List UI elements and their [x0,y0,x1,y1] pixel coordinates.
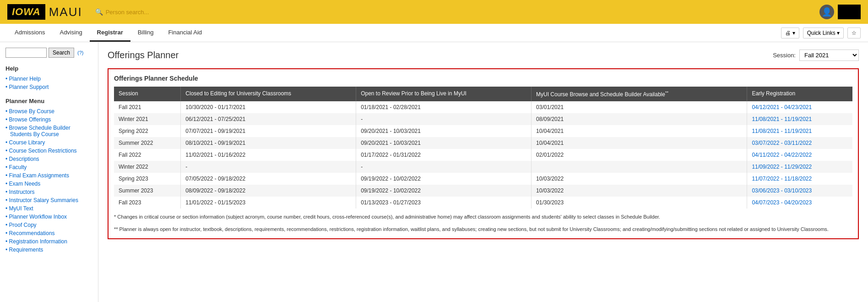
search-input[interactable] [5,48,47,58]
col-closed-editing: Closed to Editing for University Classro… [181,87,356,101]
nav-registrar[interactable]: Registrar [90,24,130,42]
sidebar-planner-workflow[interactable]: Planner Workflow Inbox [5,213,92,221]
nav-right: 🖨 ▾ Quick Links ▾ ☆ [781,27,861,38]
table-row: Summer 202208/10/2021 - 09/19/202109/20/… [114,137,852,149]
cell-early-reg[interactable]: 04/12/2021 - 04/23/2021 [747,101,852,113]
sidebar-proof-copy[interactable]: Proof Copy [5,221,92,229]
sidebar-browse-schedule-builder[interactable]: Browse Schedule Builder Students By Cour… [5,124,92,138]
cell-open-review: 01/13/2023 - 01/27/2023 [356,197,532,209]
table-row: Fall 202110/30/2020 - 01/17/202101/18/20… [114,101,852,113]
early-reg-link[interactable]: 04/11/2022 - 04/22/2022 [752,152,812,158]
sidebar-course-library[interactable]: Course Library [5,138,92,147]
col-open-review: Open to Review Prior to Being Live in My… [356,87,532,101]
cell-early-reg[interactable]: 03/07/2022 - 03/11/2022 [747,137,852,149]
cell-closed-editing: 06/12/2021 - 07/25/2021 [181,113,356,125]
sidebar-requirements[interactable]: Requirements [5,246,92,254]
sidebar-myui-text[interactable]: MyUI Text [5,204,92,213]
col-session: Session [114,87,181,101]
sidebar-descriptions[interactable]: Descriptions [5,155,92,163]
nav-items: Admissions Advising Registrar Billing Fi… [7,24,209,42]
sidebar-final-exam[interactable]: Final Exam Assignments [5,171,92,180]
cell-early-reg[interactable]: 11/07/2022 - 11/18/2022 [747,173,852,185]
sidebar-recommendations[interactable]: Recommendations [5,229,92,237]
search-button[interactable]: Search [49,48,74,58]
maui-text: MAUI [49,5,82,19]
quick-links-button[interactable]: Quick Links ▾ [803,27,844,38]
cell-myui-available: 10/04/2021 [532,137,747,149]
cell-open-review: 09/19/2022 - 10/02/2022 [356,185,532,197]
table-row: Spring 202307/05/2022 - 09/18/202209/19/… [114,173,852,185]
cell-session: Fall 2021 [114,101,181,113]
session-select[interactable]: Fall 2021 Spring 2022 Summer 2022 [799,49,859,61]
cell-open-review: 09/19/2022 - 10/02/2022 [356,173,532,185]
cell-early-reg[interactable]: 11/08/2021 - 11/19/2021 [747,113,852,125]
header-right: 👤 [819,5,861,19]
early-reg-link[interactable]: 04/07/2023 - 04/20/2023 [752,199,812,206]
cell-closed-editing: 07/05/2022 - 09/18/2022 [181,173,356,185]
cell-early-reg[interactable]: 11/09/2022 - 11/29/2022 [747,161,852,173]
cell-session: Summer 2023 [114,185,181,197]
planner-support-link[interactable]: Planner Support [5,83,92,91]
early-reg-link[interactable]: 04/12/2021 - 04/23/2021 [752,104,812,110]
sidebar-exam-needs[interactable]: Exam Needs [5,180,92,188]
search-area: Search (?) [5,48,92,58]
sidebar-browse-offerings[interactable]: Browse Offerings [5,115,92,124]
col-early-reg: Early Registration [747,87,852,101]
sidebar-instructor-salary[interactable]: Instructor Salary Summaries [5,196,92,204]
early-reg-link[interactable]: 11/07/2022 - 11/18/2022 [752,176,812,182]
help-link[interactable]: (?) [77,50,83,55]
table-header-row: Session Closed to Editing for University… [114,87,852,101]
sidebar-course-section-restrictions[interactable]: Course Section Restrictions [5,147,92,155]
cell-early-reg[interactable]: 04/07/2023 - 04/20/2023 [747,197,852,209]
person-search-input[interactable] [106,9,197,16]
cell-myui-available: 10/04/2021 [532,125,747,137]
sidebar-browse-by-course[interactable]: Browse By Course [5,107,92,115]
table-row: Spring 202207/07/2021 - 09/19/202109/20/… [114,125,852,137]
help-section: Help Planner Help Planner Support [5,65,92,91]
cell-early-reg[interactable]: 03/06/2023 - 03/10/2023 [747,185,852,197]
table-row: Summer 202308/09/2022 - 09/18/202209/19/… [114,185,852,197]
table-row: Fall 202311/01/2022 - 01/15/202301/13/20… [114,197,852,209]
cell-session: Winter 2022 [114,161,181,173]
page-header: Offerings Planner Session: Fall 2021 Spr… [108,49,859,61]
logo-area: IOWA MAUI 🔍 [7,4,197,20]
cell-closed-editing: 11/01/2022 - 01/15/2023 [181,197,356,209]
cell-session: Fall 2023 [114,197,181,209]
person-search-area[interactable]: 🔍 [95,8,197,16]
nav-billing[interactable]: Billing [130,24,161,42]
nav-bar: Admissions Advising Registrar Billing Fi… [0,24,868,42]
cell-early-reg[interactable]: 11/08/2021 - 11/19/2021 [747,125,852,137]
cell-myui-available: 02/01/2022 [532,149,747,161]
table-row: Fall 202211/02/2021 - 01/16/202201/17/20… [114,149,852,161]
schedule-table: Session Closed to Editing for University… [114,87,852,209]
main-layout: Search (?) Help Planner Help Planner Sup… [0,42,868,302]
footnote2: ** Planner is always open for instructor… [114,225,852,233]
cell-myui-available: 08/09/2021 [532,113,747,125]
early-reg-link[interactable]: 03/06/2023 - 03/10/2023 [752,187,812,194]
early-reg-link[interactable]: 03/07/2022 - 03/11/2022 [752,140,812,146]
cell-open-review: 01/17/2022 - 01/31/2022 [356,149,532,161]
cell-closed-editing: 10/30/2020 - 01/17/2021 [181,101,356,113]
cell-open-review: - [356,113,532,125]
star-button[interactable]: ☆ [847,27,861,38]
schedule-box: Offerings Planner Schedule Session Close… [108,68,859,239]
planner-help-link[interactable]: Planner Help [5,75,92,83]
sidebar-faculty[interactable]: Faculty [5,163,92,171]
cell-myui-available [532,161,747,173]
sidebar-instructors[interactable]: Instructors [5,188,92,196]
nav-financial-aid[interactable]: Financial Aid [161,24,209,42]
cell-myui-available: 10/03/2022 [532,173,747,185]
early-reg-link[interactable]: 11/08/2021 - 11/19/2021 [752,128,812,134]
iowa-logo: IOWA [7,4,45,20]
print-button[interactable]: 🖨 ▾ [781,27,799,38]
cell-open-review: 09/20/2021 - 10/03/2021 [356,125,532,137]
cell-myui-available: 01/30/2023 [532,197,747,209]
early-reg-link[interactable]: 11/09/2022 - 11/29/2022 [752,164,812,170]
black-box [838,5,861,19]
nav-admissions[interactable]: Admissions [7,24,52,42]
sidebar-registration-info[interactable]: Registration Information [5,237,92,246]
user-icon[interactable]: 👤 [819,5,834,19]
cell-early-reg[interactable]: 04/11/2022 - 04/22/2022 [747,149,852,161]
early-reg-link[interactable]: 11/08/2021 - 11/19/2021 [752,116,812,122]
nav-advising[interactable]: Advising [52,24,89,42]
